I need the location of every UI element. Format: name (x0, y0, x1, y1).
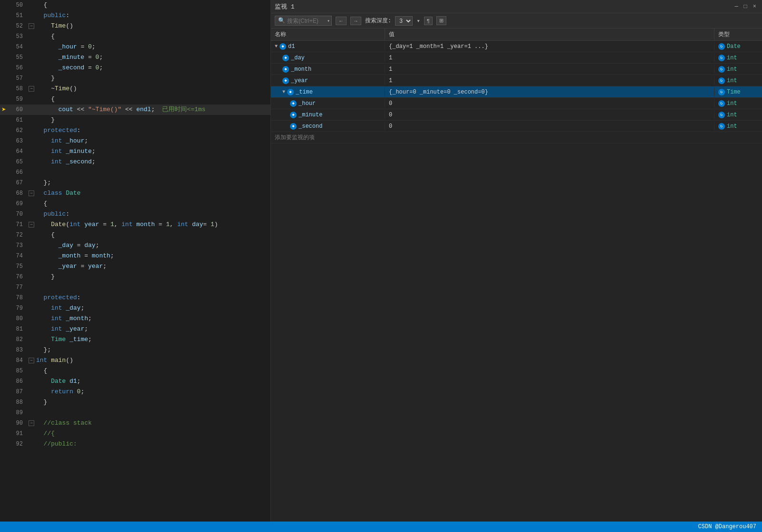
fold-btn-90[interactable]: − (29, 420, 34, 426)
watch-row-minute-type: ↻ int (714, 111, 762, 119)
code-content-92: //public: (36, 439, 270, 449)
line-num-82: 82 (8, 336, 27, 343)
code-line-68: 68 − class Date (0, 188, 270, 199)
watch-type-icon-second: ↻ (718, 123, 725, 130)
expand-time-btn[interactable]: ▼ (282, 89, 285, 95)
code-line-62: 62 protected: (0, 125, 270, 136)
watch-close-btn[interactable]: × (751, 2, 758, 11)
code-line-51: 51 public: (0, 10, 270, 21)
fold-btn-68[interactable]: − (29, 190, 34, 196)
watch-row-second-value: 0 (385, 122, 714, 131)
watch-type-icon-year: ↻ (718, 77, 725, 84)
code-line-85: 85 { (0, 366, 270, 376)
watch-row-second-type: ↻ int (714, 122, 762, 131)
watch-row-day[interactable]: ◆ _day 1 ↻ int (271, 52, 762, 64)
watch-restore-btn[interactable]: □ (742, 2, 749, 11)
fold-gutter-58[interactable]: − (27, 86, 36, 92)
fold-btn-52[interactable]: − (29, 23, 34, 29)
code-content-54: _hour = 0; (36, 42, 270, 52)
watch-search-input[interactable] (287, 18, 325, 24)
watch-col-name-header: 名称 (271, 28, 385, 40)
watch-row-d1-name: ▼ ◆ d1 (271, 42, 385, 51)
watch-icon-day: ◆ (282, 55, 289, 61)
code-content-67: }; (36, 178, 270, 188)
watch-type-icon-time: ↻ (718, 89, 725, 95)
code-line-76: 76 } (0, 272, 270, 282)
line-num-75: 75 (8, 263, 27, 270)
code-content-58: ~Time() (36, 84, 270, 94)
code-content-61: } (36, 115, 270, 125)
code-line-92: 92 //public: (0, 439, 270, 449)
code-line-80: 80 int _month; (0, 314, 270, 324)
watch-search-box[interactable]: 🔍 ▾ (275, 16, 332, 26)
code-content-62: protected: (36, 125, 270, 136)
watch-row-time-name: ▼ ◆ _time (271, 88, 385, 96)
watch-nav-fwd-btn[interactable]: → (350, 17, 361, 25)
watch-col-type-header: 类型 (714, 28, 762, 40)
watch-row-hour-value: 0 (385, 99, 714, 108)
search-dropdown-icon[interactable]: ▾ (327, 18, 330, 24)
watch-row-time[interactable]: ▼ ◆ _time {_hour=0 _minute=0 _second=0} … (271, 86, 762, 98)
code-content-86: Date d1; (36, 376, 270, 387)
fold-gutter-84[interactable]: − (27, 358, 36, 363)
line-num-63: 63 (8, 138, 27, 144)
code-line-54: 54 _hour = 0; (0, 42, 270, 52)
watch-row-year[interactable]: ◆ _year 1 ↻ int (271, 75, 762, 86)
watch-row-second-name: ◆ _second (271, 122, 385, 131)
code-line-63: 63 int _hour; (0, 136, 270, 146)
code-line-73: 73 _day = day; (0, 240, 270, 251)
watch-format-btn[interactable]: ¶ (424, 17, 433, 25)
watch-dropdown-icon[interactable]: ▾ (416, 17, 420, 25)
watch-row-day-value: 1 (385, 54, 714, 62)
watch-row-second[interactable]: ◆ _second 0 ↻ int (271, 121, 762, 132)
watch-row-minute[interactable]: ◆ _minute 0 ↻ int (271, 109, 762, 121)
code-line-57: 57 } (0, 73, 270, 84)
watch-row-d1-value: {_day=1 _month=1 _year=1 ...} (385, 42, 714, 51)
watch-row-month[interactable]: ◆ _month 1 ↻ int (271, 64, 762, 75)
watch-icon-hour: ◆ (290, 100, 297, 107)
code-line-83: 83 }; (0, 345, 270, 355)
code-content-75: _year = year; (36, 261, 270, 272)
fold-gutter-71[interactable]: − (27, 222, 36, 228)
code-content-52: Time() (36, 21, 270, 31)
fold-btn-58[interactable]: − (29, 86, 34, 92)
add-watch-row[interactable]: 添加要监视的项 (271, 132, 762, 143)
code-content-81: int _year; (36, 324, 270, 334)
watch-title: 监视 1 (275, 2, 295, 11)
code-line-78: 78 protected: (0, 293, 270, 303)
fold-gutter-90[interactable]: − (27, 420, 36, 426)
fold-btn-71[interactable]: − (29, 222, 34, 228)
fold-gutter-68[interactable]: − (27, 190, 36, 196)
code-line-88: 88 } (0, 397, 270, 408)
code-content-57: } (36, 73, 270, 84)
watch-row-hour-type: ↻ int (714, 99, 762, 108)
watch-nav-back-btn[interactable]: ← (336, 17, 347, 25)
watch-grid-btn[interactable]: ⊞ (436, 16, 446, 25)
line-num-57: 57 (8, 75, 27, 82)
fold-btn-84[interactable]: − (29, 358, 34, 363)
watch-minimize-btn[interactable]: — (733, 2, 740, 11)
code-line-56: 56 _second = 0; (0, 63, 270, 73)
line-num-89: 89 (8, 409, 27, 416)
code-line-77: 77 (0, 282, 270, 293)
expand-d1-btn[interactable]: ▼ (275, 44, 278, 49)
line-num-51: 51 (8, 12, 27, 19)
watch-depth-select[interactable]: 3 1 2 4 5 (395, 16, 413, 26)
line-num-50: 50 (8, 2, 27, 9)
code-line-81: 81 int _year; (0, 324, 270, 334)
watch-type-icon-day: ↻ (718, 55, 725, 61)
line-num-78: 78 (8, 294, 27, 301)
fold-gutter-52[interactable]: − (27, 23, 36, 29)
code-line-64: 64 int _minute; (0, 146, 270, 157)
watch-row-d1[interactable]: ▼ ◆ d1 {_day=1 _month=1 _year=1 ...} ↻ D… (271, 41, 762, 52)
line-num-85: 85 (8, 368, 27, 374)
code-content-56: _second = 0; (36, 63, 270, 73)
watch-row-hour[interactable]: ◆ _hour 0 ↻ int (271, 98, 762, 109)
line-num-88: 88 (8, 399, 27, 406)
code-line-50: 50 { (0, 0, 270, 10)
watch-icon-month: ◆ (282, 66, 289, 73)
watch-headers: 名称 值 类型 (271, 28, 762, 41)
code-content-74: _month = month; (36, 251, 270, 261)
line-num-79: 79 (8, 305, 27, 312)
line-num-56: 56 (8, 65, 27, 71)
